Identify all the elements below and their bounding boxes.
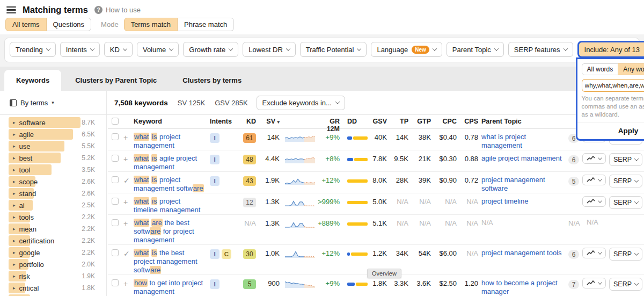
position-history-button[interactable] bbox=[582, 278, 606, 288]
filter-volume[interactable]: Volume bbox=[137, 42, 179, 57]
sidebar-item-ai[interactable]: ▸ai2.5K bbox=[0, 199, 106, 211]
select-all-checkbox[interactable] bbox=[112, 118, 119, 125]
sidebar-item-best[interactable]: ▸best5.2K bbox=[0, 152, 106, 164]
keyword-link[interactable]: what are the best software for project m… bbox=[134, 219, 194, 244]
sidebar-item-stand[interactable]: ▸stand2.6K bbox=[0, 187, 106, 199]
position-history-button[interactable] bbox=[582, 153, 606, 164]
row-checkbox[interactable] bbox=[112, 219, 119, 226]
sidebar-item-risk[interactable]: ▸risk1.9K bbox=[0, 270, 106, 282]
chevron-down-icon bbox=[123, 46, 127, 50]
scope-questions[interactable]: Questions bbox=[47, 18, 92, 31]
position-history-button[interactable] bbox=[582, 196, 606, 207]
toggle-all-words[interactable]: All words bbox=[582, 63, 619, 75]
col-tp[interactable]: TP bbox=[390, 115, 412, 125]
kd-badge: 48 bbox=[243, 155, 256, 164]
sidebar-item-software[interactable]: ▸software8.7K bbox=[0, 117, 106, 128]
filter-serp-features[interactable]: SERP features bbox=[508, 42, 573, 57]
page-title: Matching terms bbox=[23, 5, 88, 15]
col-intents[interactable]: Intents bbox=[210, 115, 238, 125]
filter-intents[interactable]: Intents bbox=[60, 42, 100, 57]
include-terms-input[interactable] bbox=[582, 79, 644, 92]
col-parent-topic[interactable]: Parent Topic bbox=[481, 115, 568, 125]
keyword-link[interactable]: what is agile project management bbox=[134, 154, 197, 171]
col-sv[interactable]: SV ▾ bbox=[259, 115, 283, 125]
filter-lowest-dr[interactable]: Lowest DR bbox=[243, 42, 296, 57]
sidebar-item-scope[interactable]: ▸scope2.6K bbox=[0, 176, 106, 187]
col-cpc[interactable]: CPC bbox=[434, 115, 460, 125]
keyword-link[interactable]: what is project management bbox=[134, 133, 180, 149]
position-history-button[interactable] bbox=[582, 175, 606, 185]
row-checkbox[interactable] bbox=[112, 249, 119, 256]
main-area: ▸software8.7K▸agile6.5K▸use5.5K▸best5.2K… bbox=[0, 115, 644, 296]
serp-button[interactable]: SERP bbox=[609, 248, 642, 261]
serp-button[interactable]: SERP bbox=[609, 175, 642, 187]
add-keyword-button[interactable]: + bbox=[122, 275, 134, 288]
filter-growth-rate[interactable]: Growth rate bbox=[183, 42, 238, 57]
apply-button[interactable]: Apply bbox=[577, 122, 644, 139]
filter-kd[interactable]: KD bbox=[104, 42, 133, 57]
col-cps[interactable]: CPS bbox=[460, 115, 481, 125]
mode-phrase-match[interactable]: Phrase match bbox=[178, 18, 234, 31]
sidebar-item-tool[interactable]: ▸tool3.5K bbox=[0, 164, 106, 176]
group-by-dropdown[interactable]: By terms ▾ bbox=[0, 91, 107, 114]
filter-parent-topic[interactable]: Parent Topic bbox=[447, 42, 504, 57]
tab-keywords[interactable]: Keywords bbox=[4, 70, 61, 91]
parent-topic-link[interactable]: agile project management bbox=[481, 154, 562, 162]
toggle-any-word[interactable]: Any word bbox=[618, 63, 644, 75]
col-keyword[interactable]: Keyword bbox=[134, 115, 210, 125]
group-by-label: By terms bbox=[20, 99, 48, 107]
mode-terms-match[interactable]: Terms match bbox=[124, 18, 178, 31]
sidebar-item-google[interactable]: ▸google2.2K bbox=[0, 247, 106, 258]
sidebar-item-tools[interactable]: ▸tools2.2K bbox=[0, 211, 106, 223]
row-checkbox[interactable] bbox=[112, 176, 119, 183]
filter-language[interactable]: LanguageNew bbox=[371, 42, 442, 57]
sidebar-item-portfolio[interactable]: ▸portfolio2.0K bbox=[0, 258, 106, 270]
parent-topic-link[interactable]: what is project management bbox=[481, 133, 526, 149]
keyword-link[interactable]: what is project management software bbox=[134, 176, 204, 192]
keyword-link[interactable]: how to get into project management bbox=[134, 279, 203, 295]
tab-clusters-by-parent-topic[interactable]: Clusters by Parent Topic bbox=[63, 70, 169, 91]
serp-button[interactable]: SERP bbox=[609, 153, 642, 166]
add-keyword-button[interactable]: + bbox=[122, 215, 134, 228]
serp-button[interactable]: SERP bbox=[609, 278, 642, 291]
tp-value: 14K bbox=[390, 129, 412, 141]
include-helper-text: You can separate terms with commas and u… bbox=[582, 95, 644, 119]
parent-topic-link[interactable]: project timeline bbox=[481, 197, 528, 205]
col-gtp[interactable]: GTP bbox=[412, 115, 434, 125]
col-kd[interactable]: KD bbox=[238, 115, 259, 125]
hamburger-menu-icon[interactable] bbox=[6, 6, 16, 13]
row-checkbox[interactable] bbox=[112, 198, 119, 205]
scope-all-terms[interactable]: All terms bbox=[5, 18, 47, 31]
sidebar-item-mean[interactable]: ▸mean2.2K bbox=[0, 223, 106, 235]
include-filter-chip[interactable]: Include: Any of 13 × bbox=[577, 41, 644, 58]
row-checkbox[interactable] bbox=[112, 155, 119, 162]
how-to-use-link[interactable]: ? How to use bbox=[94, 6, 141, 14]
sidebar-item-certification[interactable]: ▸certification2.2K bbox=[0, 235, 106, 247]
col-dd[interactable]: DD bbox=[343, 115, 368, 125]
serp-button[interactable]: SERP bbox=[609, 196, 642, 209]
filter-trending[interactable]: Trending bbox=[10, 42, 56, 57]
serp-cell: SERP bbox=[609, 245, 643, 261]
position-history-button[interactable] bbox=[582, 248, 606, 258]
exclude-keywords-button[interactable]: Exclude keywords in... bbox=[257, 96, 345, 110]
exclude-label: Exclude keywords in... bbox=[262, 99, 332, 107]
keyword-link[interactable]: what is the best project management soft… bbox=[134, 249, 197, 274]
add-keyword-button[interactable]: + bbox=[122, 193, 134, 206]
added-check-icon[interactable]: ✓ bbox=[122, 245, 134, 258]
added-check-icon[interactable]: ✓ bbox=[122, 172, 134, 185]
tab-clusters-by-terms[interactable]: Clusters by terms bbox=[171, 70, 253, 91]
row-checkbox[interactable] bbox=[112, 133, 119, 140]
col-gsv[interactable]: GSV bbox=[368, 115, 390, 125]
sidebar-item-use[interactable]: ▸use5.5K bbox=[0, 140, 106, 152]
parent-topic-link[interactable]: project management software bbox=[481, 176, 545, 192]
filter-traffic-potential[interactable]: Traffic Potential bbox=[300, 42, 367, 57]
dd-bar-yellow bbox=[356, 283, 368, 286]
keyword-link[interactable]: what is project timeline management bbox=[134, 197, 200, 214]
sidebar-item-agile[interactable]: ▸agile6.5K bbox=[0, 128, 106, 140]
add-keyword-button[interactable]: + bbox=[122, 129, 134, 142]
parent-topic-link[interactable]: project management tools bbox=[481, 249, 562, 257]
add-keyword-button[interactable]: + bbox=[122, 150, 134, 163]
sidebar-item-critical[interactable]: ▸critical1.8K bbox=[0, 282, 106, 294]
row-checkbox[interactable] bbox=[112, 279, 119, 286]
parent-topic-link[interactable]: how to become a project manager bbox=[481, 279, 558, 295]
